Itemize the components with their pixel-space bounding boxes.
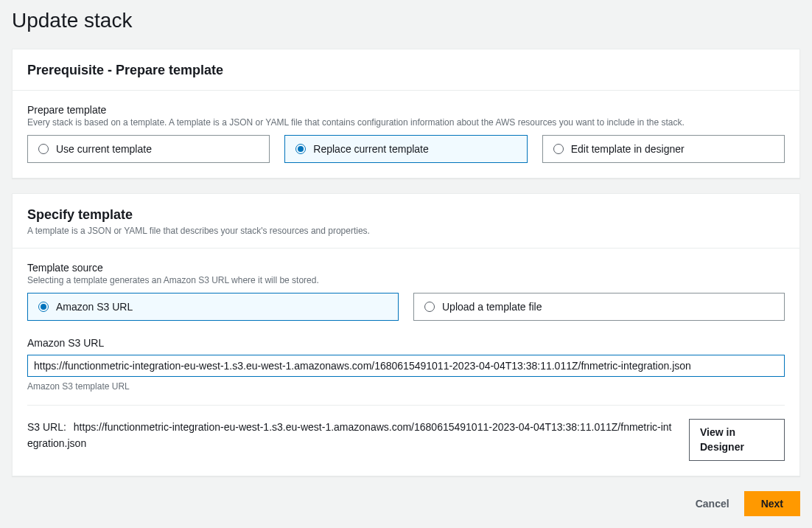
footer-actions: Cancel Next	[12, 491, 800, 516]
panel-specify-header: Specify template A template is a JSON or…	[13, 194, 799, 249]
prepare-template-options: Use current template Replace current tem…	[27, 135, 785, 163]
panel-specify-template: Specify template A template is a JSON or…	[12, 193, 800, 476]
panel-prerequisite: Prerequisite - Prepare template Prepare …	[12, 49, 800, 178]
panel-specify-heading: Specify template	[27, 207, 785, 223]
panel-specify-body: Template source Selecting a template gen…	[13, 249, 799, 476]
prepare-template-label: Prepare template	[27, 104, 785, 116]
panel-prerequisite-heading: Prerequisite - Prepare template	[27, 63, 785, 78]
s3-url-display-row: S3 URL: https://functionmetric-integrati…	[27, 419, 785, 461]
radio-icon	[38, 302, 49, 312]
option-label: Edit template in designer	[571, 143, 685, 155]
option-label: Amazon S3 URL	[56, 301, 133, 313]
cancel-button[interactable]: Cancel	[693, 492, 732, 515]
s3-url-display: S3 URL: https://functionmetric-integrati…	[27, 419, 677, 452]
page-title: Update stack	[12, 9, 800, 32]
option-use-current-template[interactable]: Use current template	[27, 135, 270, 163]
template-source-label: Template source	[27, 262, 785, 274]
s3-url-label: Amazon S3 URL	[27, 337, 785, 349]
option-label: Use current template	[56, 143, 152, 155]
radio-icon	[553, 144, 564, 154]
option-label: Upload a template file	[442, 301, 542, 313]
view-in-designer-button[interactable]: View in Designer	[689, 419, 785, 461]
option-edit-template-designer[interactable]: Edit template in designer	[542, 135, 785, 163]
next-button[interactable]: Next	[744, 491, 800, 516]
radio-icon	[424, 302, 435, 312]
option-replace-current-template[interactable]: Replace current template	[284, 135, 527, 163]
s3-url-input[interactable]	[27, 355, 785, 377]
template-source-desc: Selecting a template generates an Amazon…	[27, 275, 785, 285]
s3-url-prefix: S3 URL:	[27, 421, 66, 433]
option-label: Replace current template	[313, 143, 428, 155]
radio-icon	[295, 144, 306, 154]
panel-specify-desc: A template is a JSON or YAML file that d…	[27, 226, 785, 236]
option-amazon-s3-url[interactable]: Amazon S3 URL	[27, 293, 399, 321]
panel-prerequisite-header: Prerequisite - Prepare template	[13, 49, 799, 91]
panel-prerequisite-body: Prepare template Every stack is based on…	[13, 91, 799, 178]
radio-icon	[38, 144, 49, 154]
template-source-options: Amazon S3 URL Upload a template file	[27, 293, 785, 321]
s3-url-value: https://functionmetric-integration-eu-we…	[27, 421, 671, 449]
prepare-template-desc: Every stack is based on a template. A te…	[27, 117, 785, 128]
option-upload-template-file[interactable]: Upload a template file	[413, 293, 785, 321]
s3-url-help: Amazon S3 template URL	[27, 381, 785, 392]
divider	[27, 405, 785, 406]
